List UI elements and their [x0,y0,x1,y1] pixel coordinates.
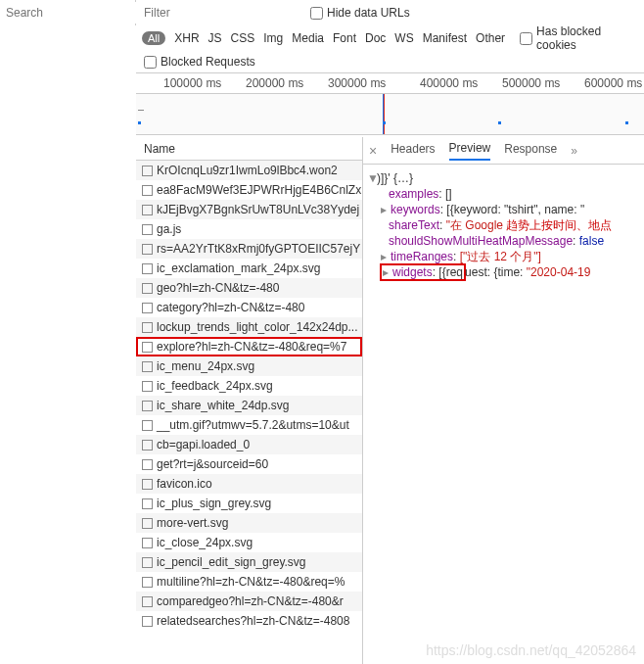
more-tabs-icon[interactable]: » [571,144,577,158]
request-checkbox[interactable] [142,283,153,294]
request-name: KrOIcnqLu9zr1IwmLo9lBbc4.won2 [157,164,338,177]
hide-data-urls-checkbox[interactable]: Hide data URLs [310,6,410,20]
request-name: ic_close_24px.svg [157,536,253,549]
preview-json[interactable]: ▼)]}' {…} examples: [] ▸keywords: [{keyw… [363,165,644,664]
request-row[interactable]: kJEjBvgX7BgnkSrUwT8UnLVc38Yydej [136,200,362,219]
request-row[interactable]: ic_close_24px.svg [136,533,362,552]
filter-all[interactable]: All [142,31,165,45]
request-name: kJEjBvgX7BgnkSrUwT8UnLVc38Yydej [157,203,359,216]
request-name: favicon.ico [157,477,212,491]
request-checkbox[interactable] [142,401,153,411]
waterfall-overview[interactable] [136,94,644,135]
request-row[interactable]: lockup_trends_light_color_142x24dp... [136,317,362,337]
request-checkbox[interactable] [142,557,153,568]
request-checkbox[interactable] [142,224,153,235]
filter-js[interactable]: JS [208,31,222,45]
request-checkbox[interactable] [142,577,153,588]
request-name: ic_pencil_edit_sign_grey.svg [157,555,306,569]
request-name: rs=AA2YrTtK8xRmj0fyGPTOEIIC57ejY [157,242,360,256]
request-checkbox[interactable] [142,205,153,215]
has-blocked-cookies-checkbox[interactable]: Has blocked cookies [520,24,644,52]
filter-manifest[interactable]: Manifest [423,31,467,45]
request-name: ic_feedback_24px.svg [157,379,273,393]
request-name: geo?hl=zh-CN&tz=-480 [157,281,279,295]
request-name: category?hl=zh-CN&tz=-480 [157,301,304,314]
request-name: ic_exclamation_mark_24px.svg [157,261,320,275]
request-row[interactable]: __utm.gif?utmwv=5.7.2&utms=10&ut [136,415,362,435]
request-checkbox[interactable] [142,303,153,313]
request-name: cb=gapi.loaded_0 [157,438,250,451]
request-row[interactable]: ic_share_white_24dp.svg [136,396,362,415]
tab-response[interactable]: Response [504,142,557,160]
blocked-requests-checkbox[interactable]: Blocked Requests [144,55,255,69]
close-icon[interactable]: × [369,143,377,159]
request-row[interactable]: comparedgeo?hl=zh-CN&tz=-480&r [136,592,362,611]
name-column-header[interactable]: Name [136,137,362,161]
request-checkbox[interactable] [142,166,153,176]
request-row[interactable]: get?rt=j&sourceid=60 [136,454,362,474]
filter-media[interactable]: Media [292,31,324,45]
request-checkbox[interactable] [142,322,153,333]
request-name: more-vert.svg [157,516,228,530]
filter-input[interactable] [142,2,308,24]
search-input[interactable] [0,2,159,24]
request-name: lockup_trends_light_color_142x24dp... [157,320,357,334]
request-checkbox[interactable] [142,518,153,529]
filter-img[interactable]: Img [263,31,283,45]
request-row[interactable]: ea8FacM9Wef3EJPWRrHjgE4B6CnlZx [136,180,362,200]
request-checkbox[interactable] [142,440,153,451]
request-name: comparedgeo?hl=zh-CN&tz=-480&r [157,594,344,608]
request-row[interactable]: rs=AA2YrTtK8xRmj0fyGPTOEIIC57ejY [136,239,362,259]
request-name: ga.js [157,222,181,236]
request-checkbox[interactable] [142,616,153,627]
timeline-ruler[interactable]: 100000 ms 200000 ms 300000 ms 400000 ms … [136,72,644,94]
request-checkbox[interactable] [142,263,153,274]
request-row[interactable]: multiline?hl=zh-CN&tz=-480&req=% [136,572,362,592]
request-name: explore?hl=zh-CN&tz=-480&req=%7 [157,340,346,354]
request-row[interactable]: ic_pencil_edit_sign_grey.svg [136,552,362,572]
request-row[interactable]: category?hl=zh-CN&tz=-480 [136,298,362,317]
filter-doc[interactable]: Doc [365,31,386,45]
has-blocked-cookies-label: Has blocked cookies [536,24,644,52]
filter-ws[interactable]: WS [394,31,413,45]
request-name: __utm.gif?utmwv=5.7.2&utms=10&ut [157,418,349,432]
request-name: ic_menu_24px.svg [157,359,254,373]
tab-headers[interactable]: Headers [391,142,435,160]
request-checkbox[interactable] [142,459,153,470]
request-checkbox[interactable] [142,185,153,196]
request-row[interactable]: ic_plus_sign_grey.svg [136,494,362,513]
request-name: ea8FacM9Wef3EJPWRrHjgE4B6CnlZx [157,183,361,197]
request-checkbox[interactable] [142,479,153,490]
request-checkbox[interactable] [142,381,153,392]
request-row[interactable]: ic_menu_24px.svg [136,356,362,376]
request-row[interactable]: ic_exclamation_mark_24px.svg [136,259,362,278]
request-checkbox[interactable] [142,342,153,353]
request-row[interactable]: geo?hl=zh-CN&tz=-480 [136,278,362,298]
request-row[interactable]: cb=gapi.loaded_0 [136,435,362,454]
request-list: KrOIcnqLu9zr1IwmLo9lBbc4.won2ea8FacM9Wef… [136,161,362,664]
request-checkbox[interactable] [142,596,153,607]
request-row[interactable]: more-vert.svg [136,513,362,533]
request-name: relatedsearches?hl=zh-CN&tz=-4808 [157,614,349,628]
request-row[interactable]: explore?hl=zh-CN&tz=-480&req=%7 [136,337,362,356]
filter-css[interactable]: CSS [231,31,255,45]
request-row[interactable]: favicon.ico [136,474,362,494]
hide-data-urls-label: Hide data URLs [327,6,410,20]
request-name: multiline?hl=zh-CN&tz=-480&req=% [157,575,345,589]
blocked-requests-label: Blocked Requests [161,55,255,69]
request-name: ic_plus_sign_grey.svg [157,497,271,510]
tab-preview[interactable]: Preview [449,141,491,161]
request-row[interactable]: ic_feedback_24px.svg [136,376,362,396]
filter-font[interactable]: Font [333,31,356,45]
request-checkbox[interactable] [142,361,153,372]
filter-other[interactable]: Other [476,31,505,45]
request-checkbox[interactable] [142,244,153,255]
request-row[interactable]: ga.js [136,219,362,239]
request-name: get?rt=j&sourceid=60 [157,457,268,471]
request-checkbox[interactable] [142,498,153,509]
request-row[interactable]: relatedsearches?hl=zh-CN&tz=-4808 [136,611,362,631]
filter-xhr[interactable]: XHR [174,31,199,45]
request-checkbox[interactable] [142,538,153,548]
request-checkbox[interactable] [142,420,153,431]
request-row[interactable]: KrOIcnqLu9zr1IwmLo9lBbc4.won2 [136,161,362,180]
